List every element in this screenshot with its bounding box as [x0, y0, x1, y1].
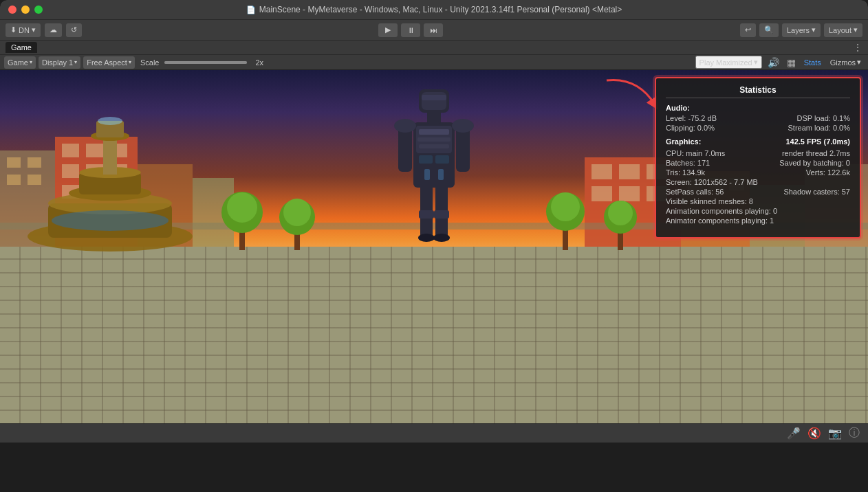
tab-bar-right: ⋮: [853, 41, 862, 54]
audio-section: Audio: Level: -75.2 dB DSP load: 0.1% Cl…: [666, 104, 850, 132]
ground-cobblestone: [0, 247, 868, 423]
verts: Verts: 122.6k: [806, 168, 850, 177]
stats-button[interactable]: Stats: [801, 58, 824, 67]
svg-rect-64: [435, 155, 449, 164]
setpass-calls: SetPass calls: 56: [666, 188, 724, 196]
search-button[interactable]: 🔍: [759, 23, 779, 37]
layout-button[interactable]: Layout ▾: [824, 23, 862, 37]
svg-rect-61: [417, 137, 451, 142]
fps-counter: 142.5 FPS (7.0ms): [785, 137, 850, 148]
undo-button[interactable]: ↩: [740, 23, 756, 37]
play-button[interactable]: ▶: [378, 23, 398, 37]
step-icon: ⏭: [430, 26, 437, 34]
bottom-bar: 🎤 🔇 📷 ⓘ: [0, 423, 868, 443]
window-title: 📄 MainScene - MyMetaverse - Windows, Mac…: [246, 5, 622, 14]
svg-point-36: [283, 199, 311, 226]
display-dropdown-arrow: ▾: [74, 59, 77, 65]
camera-off-icon[interactable]: 📷: [828, 427, 842, 440]
tab-bar: Game ⋮: [0, 40, 868, 55]
audio-level-row: Level: -75.2 dB DSP load: 0.1%: [666, 114, 850, 122]
stats-title: Statistics: [666, 85, 850, 98]
aspect-dropdown-arrow: ▾: [129, 59, 131, 65]
cloud-button[interactable]: ☁: [45, 23, 62, 37]
graphics-header-row: Graphics: 142.5 FPS (7.0ms): [666, 137, 850, 148]
scale-slider[interactable]: [164, 61, 247, 64]
play-maximized-arrow: ▾: [754, 58, 758, 67]
layout-arrow-icon: ▾: [854, 25, 858, 34]
graphics-section: Graphics: 142.5 FPS (7.0ms) CPU: main 7.…: [666, 137, 850, 225]
info-icon[interactable]: ⓘ: [849, 426, 860, 440]
unity-icon: 📄: [246, 5, 256, 14]
main-toolbar: ⬇ DN ▾ ☁ ↺ ▶ ⏸ ⏭ ↩ 🔍 Layers ▾ Layout ▾: [0, 19, 868, 40]
svg-rect-71: [422, 92, 446, 110]
search-icon: 🔍: [764, 25, 774, 34]
svg-rect-73: [424, 169, 430, 180]
audio-stream: Stream load: 0.0%: [788, 124, 851, 132]
audio-clipping: Clipping: 0.0%: [666, 124, 715, 132]
graphics-title: Graphics:: [666, 137, 701, 146]
account-icon: ⬇: [10, 25, 17, 34]
minimize-button[interactable]: [21, 5, 30, 14]
undo-icon: ↩: [745, 25, 751, 34]
stats-panel: Statistics Audio: Level: -75.2 dB DSP lo…: [655, 77, 861, 238]
fountain-svg: [14, 114, 206, 251]
cpu-main: CPU: main 7.0ms: [666, 149, 725, 157]
play-maximized-button[interactable]: Play Maximized ▾: [695, 56, 762, 69]
svg-rect-75: [419, 210, 434, 219]
cloud-icon: ☁: [50, 25, 57, 34]
tris: Tris: 134.9k: [666, 168, 705, 177]
layers-button[interactable]: Layers ▾: [782, 23, 821, 37]
game-tab[interactable]: Game: [6, 42, 37, 53]
svg-point-67: [394, 119, 416, 133]
svg-point-49: [52, 210, 169, 231]
grid-icon[interactable]: ▦: [785, 56, 798, 69]
pause-button[interactable]: ⏸: [401, 23, 420, 37]
cpu-row: CPU: main 7.0ms render thread 2.7ms: [666, 149, 850, 157]
scale-value: 2x: [255, 58, 263, 67]
skinned-meshes-stat: Visible skinned meshes: 8: [666, 197, 850, 205]
game-viewport: Statistics Audio: Level: -75.2 dB DSP lo…: [0, 70, 868, 423]
animator-stat: Animator components playing: 1: [666, 216, 850, 225]
mic-off-icon[interactable]: 🎤: [787, 427, 801, 440]
shadow-casters: Shadow casters: 57: [783, 188, 850, 196]
character-svg: [393, 70, 475, 253]
tris-row: Tris: 134.9k Verts: 122.6k: [666, 168, 850, 177]
traffic-lights: [8, 5, 43, 14]
toolbar-right: ↩ 🔍 Layers ▾ Layout ▾: [740, 23, 862, 37]
batches-row: Batches: 171 Saved by batching: 0: [666, 159, 850, 167]
svg-point-42: [608, 201, 633, 225]
audio-title: Audio:: [666, 104, 850, 112]
close-button[interactable]: [8, 5, 17, 14]
layers-arrow-icon: ▾: [812, 25, 816, 34]
audio-off-icon[interactable]: 🔇: [807, 427, 821, 440]
svg-point-56: [418, 234, 435, 242]
saved-by-batching: Saved by batching: 0: [779, 159, 850, 167]
audio-clipping-row: Clipping: 0.0% Stream load: 0.0%: [666, 124, 850, 132]
mute-icon[interactable]: 🔊: [766, 56, 781, 69]
svg-rect-60: [419, 129, 449, 135]
maximize-button[interactable]: [34, 5, 43, 14]
svg-point-57: [433, 234, 450, 242]
display-dropdown[interactable]: Display 1 ▾: [39, 56, 80, 69]
account-button[interactable]: ⬇ DN ▾: [6, 23, 41, 37]
svg-rect-74: [438, 169, 444, 180]
control-bar: Game ▾ Display 1 ▾ Free Aspect ▾ Scale 2…: [0, 55, 868, 70]
svg-rect-76: [434, 210, 449, 219]
svg-rect-72: [422, 95, 446, 100]
game-dropdown-arrow: ▾: [30, 59, 32, 65]
aspect-dropdown[interactable]: Free Aspect ▾: [83, 56, 135, 69]
pause-icon: ⏸: [407, 26, 415, 34]
more-options-icon[interactable]: ⋮: [853, 42, 862, 53]
control-bar-right: Play Maximized ▾ 🔊 ▦ Stats Gizmos ▾: [695, 56, 864, 69]
game-dropdown[interactable]: Game ▾: [4, 56, 36, 69]
account-arrow-icon: ▾: [32, 25, 36, 34]
step-button[interactable]: ⏭: [424, 23, 443, 37]
play-icon: ▶: [385, 25, 391, 34]
gizmos-button[interactable]: Gizmos ▾: [827, 57, 864, 67]
svg-rect-63: [419, 155, 433, 164]
svg-rect-62: [419, 144, 449, 148]
svg-point-53: [98, 117, 122, 125]
title-label: MainScene - MyMetaverse - Windows, Mac, …: [259, 5, 622, 14]
history-button[interactable]: ↺: [66, 23, 82, 37]
gizmos-arrow-icon: ▾: [857, 58, 861, 67]
